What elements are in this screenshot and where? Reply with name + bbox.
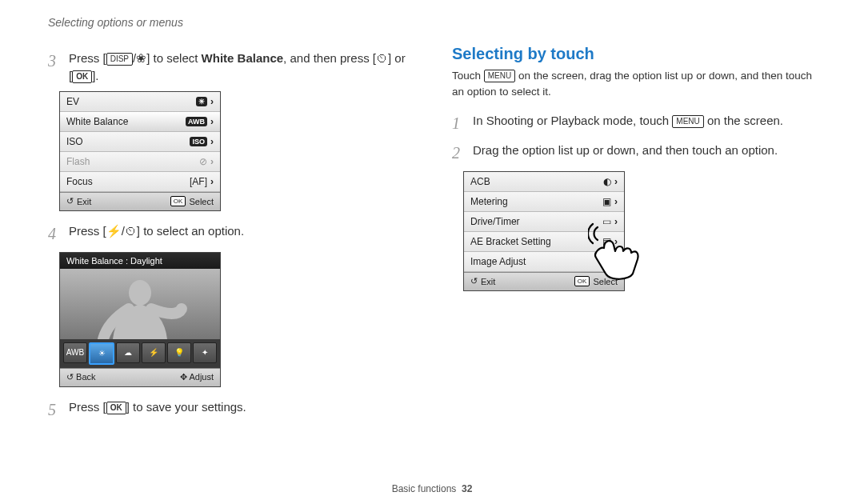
step-text: Drag the option list up or down, and the… — [473, 142, 816, 159]
af-icon: [AF] — [190, 176, 207, 187]
iso-icon: ISO — [190, 137, 207, 146]
wb-option: ☁ — [116, 342, 140, 363]
chevron-right-icon: › — [210, 116, 214, 127]
step-4: 4 Press [⚡/⏲] to select an option. — [48, 222, 412, 246]
timer-icon: ⏲ — [376, 51, 388, 65]
metering-icon: ▣ — [602, 196, 611, 207]
menu-row-metering: Metering ▣› — [464, 192, 624, 212]
chevron-right-icon: › — [210, 156, 214, 167]
chevron-right-icon: › — [210, 176, 214, 187]
menu-row-acb: ACB ◐› — [464, 172, 624, 192]
back-arrow-icon: ↺ — [470, 276, 478, 286]
wb-option-strip: AWB ☀ ☁ ⚡ 💡 ✦ — [60, 339, 220, 368]
step-5: 5 Press [OK] to save your settings. — [48, 398, 412, 422]
page-footer: Basic functions 32 — [0, 483, 864, 494]
disp-key-icon: DISP — [106, 53, 133, 66]
step-text: Press [DISP/❀] to select White Balance, … — [69, 50, 412, 85]
section-heading: Selecting by touch — [452, 45, 816, 63]
wb-option: 💡 — [167, 342, 191, 363]
touch-hand-icon — [588, 221, 650, 283]
step-num: 1 — [452, 112, 465, 135]
step-num: 2 — [452, 142, 465, 165]
right-column: Selecting by touch Touch MENU on the scr… — [452, 45, 816, 428]
ev-icon: ☀ — [196, 97, 207, 106]
wb-option: ⚡ — [142, 342, 166, 363]
wb-option: AWB — [63, 342, 87, 363]
menu-footer-bar: ↺ Exit OK Select — [60, 192, 220, 210]
ok-key-icon: OK — [106, 402, 126, 414]
wb-preview — [60, 269, 220, 339]
ok-key-icon: OK — [170, 196, 186, 206]
white-balance-screenshot: White Balance : Daylight AWB ☀ ☁ ⚡ 💡 ✦ — [59, 252, 221, 387]
back-arrow-icon: ↺ — [66, 372, 74, 382]
wb-option-selected: ☀ — [89, 342, 114, 365]
chevron-right-icon: › — [210, 136, 214, 147]
step-1: 1 In Shooting or Playback mode, touch ME… — [452, 112, 816, 135]
step-3: 3 Press [DISP/❀] to select White Balance… — [48, 50, 412, 85]
chevron-right-icon: › — [210, 96, 214, 107]
step-text: Press [OK] to save your settings. — [69, 398, 412, 416]
wb-footer-bar: ↺ Back ✥ Adjust — [60, 368, 220, 386]
menu-key-icon: MENU — [672, 115, 703, 128]
step-num: 4 — [48, 222, 61, 246]
menu-row-flash: Flash ⊘› — [60, 152, 220, 172]
menu-row-iso: ISO ISO› — [60, 132, 220, 152]
step-num: 5 — [48, 398, 61, 422]
menu-row-ev: EV ☀› — [60, 92, 220, 112]
camera-menu-screenshot: EV ☀› White Balance AWB› ISO ISO› Flash … — [59, 91, 221, 211]
chevron-right-icon: › — [614, 196, 618, 207]
running-head: Selecting options or menus — [48, 16, 816, 29]
menu-row-focus: Focus [AF]› — [60, 172, 220, 192]
flash-icon: ⚡ — [106, 224, 122, 238]
back-arrow-icon: ↺ — [66, 196, 74, 206]
awb-icon: AWB — [186, 117, 207, 126]
acb-icon: ◐ — [603, 176, 611, 187]
svg-point-0 — [129, 280, 151, 306]
timer-icon: ⏲ — [125, 224, 137, 238]
wb-title: White Balance : Daylight — [60, 253, 220, 269]
step-2: 2 Drag the option list up or down, and t… — [452, 142, 816, 165]
menu-key-icon: MENU — [484, 70, 515, 82]
chevron-right-icon: › — [614, 176, 618, 187]
step-text: Press [⚡/⏲] to select an option. — [69, 222, 412, 240]
macro-icon: ❀ — [136, 51, 146, 65]
step-text: In Shooting or Playback mode, touch MENU… — [473, 112, 816, 130]
flash-off-icon: ⊘ — [199, 156, 207, 167]
ok-key-icon: OK — [72, 70, 92, 83]
step-num: 3 — [48, 50, 61, 73]
adjust-icon: ✥ — [180, 372, 187, 382]
left-column: 3 Press [DISP/❀] to select White Balance… — [48, 45, 412, 428]
section-intro: Touch MENU on the screen, drag the optio… — [452, 68, 816, 101]
wb-option: ✦ — [193, 342, 217, 363]
menu-row-white-balance: White Balance AWB› — [60, 112, 220, 132]
